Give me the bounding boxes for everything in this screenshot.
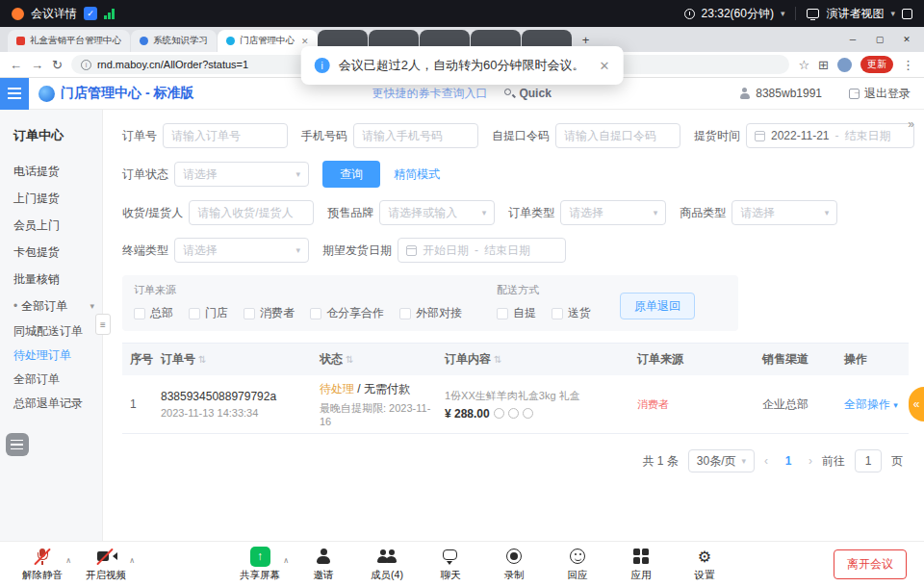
forward-icon[interactable]: → [31, 59, 43, 71]
meeting-top-bar: 会议详情 ✓ 23:32(60分钟) ▾ 演讲者视图 ▾ [0, 0, 924, 27]
sort-icon[interactable]: ⇅ [198, 354, 206, 365]
maximize-icon[interactable]: ▢ [866, 35, 893, 44]
members-button[interactable]: 成员(4) [362, 547, 412, 582]
sidebar-item-card-pickup[interactable]: 卡包提货 [0, 239, 102, 266]
toast-close-icon[interactable]: ✕ [599, 59, 609, 73]
pickup-code-input[interactable] [555, 123, 680, 148]
annotation-tool-icon[interactable] [6, 433, 29, 456]
presale-brand-select[interactable]: 请选择或输入 ▾ [379, 200, 495, 225]
chevron-down-icon[interactable]: ▾ [890, 9, 895, 18]
order-type-select[interactable]: 请选择 ▾ [560, 200, 666, 225]
start-video-button[interactable]: 开启视频 ∧ [81, 547, 131, 582]
sidebar-child-city-delivery[interactable]: 同城配送订单 [0, 319, 102, 344]
col-order-no[interactable]: 订单号⇅ [161, 351, 320, 368]
update-badge[interactable]: 更新 [860, 56, 893, 73]
browser-profile-avatar[interactable] [837, 58, 852, 72]
coupon-query-link[interactable]: 更快捷的券卡查询入口 [372, 86, 487, 102]
chevron-up-icon[interactable]: ∧ [283, 556, 289, 565]
search-button[interactable]: 查询 [322, 161, 380, 188]
receiver-input[interactable] [189, 200, 314, 225]
simple-mode-link[interactable]: 精简模式 [394, 166, 440, 183]
original-order-return-button[interactable]: 原单退回 [620, 293, 695, 319]
back-icon[interactable]: ← [10, 59, 22, 71]
order-no-input[interactable] [163, 123, 288, 148]
site-info-icon[interactable]: i [81, 60, 91, 70]
channel-mini-icon [494, 408, 504, 419]
sidebar-item-phone-pickup[interactable]: 电话提货 [0, 158, 102, 185]
checkbox-consumer[interactable]: 消费者 [244, 305, 295, 321]
minimize-icon[interactable]: ─ [839, 35, 866, 44]
order-no-label: 订单号 [122, 128, 157, 144]
extensions-icon[interactable]: ⊞ [818, 59, 829, 71]
pickup-date-range[interactable]: 2022-11-21 - 结束日期 [746, 123, 914, 148]
logout-button[interactable]: 退出登录 [849, 86, 911, 102]
leave-meeting-button[interactable]: 离开会议 [834, 549, 907, 579]
meeting-timer[interactable]: 23:32(60分钟) [702, 6, 774, 22]
order-status-select[interactable]: 请选择 ▾ [174, 162, 309, 187]
user-account[interactable]: 8385wb1991 [738, 87, 822, 100]
view-mode-button[interactable]: 演讲者视图 [826, 6, 884, 22]
page-size-select[interactable]: 30条/页 ▾ [688, 449, 755, 472]
fullscreen-icon[interactable] [902, 9, 912, 19]
col-content[interactable]: 订单内容⇅ [445, 351, 637, 368]
apps-button[interactable]: 应用 [616, 547, 666, 582]
browser-tab[interactable]: 系统知识学习 [131, 30, 217, 52]
unmute-button[interactable]: 解除静音 ∧ [17, 547, 67, 582]
sidebar-child-all-orders[interactable]: 全部订单 [0, 368, 102, 392]
next-page-icon[interactable]: › [808, 454, 812, 468]
sidebar-child-pending-orders[interactable]: 待处理订单 [0, 344, 102, 368]
bookmark-star-icon[interactable]: ☆ [798, 59, 809, 71]
security-shield-icon[interactable]: ✓ [84, 7, 97, 20]
menu-dots-icon[interactable]: ⋮ [902, 59, 914, 71]
page-number[interactable]: 1 [778, 450, 799, 472]
sidebar-child-hq-refunds[interactable]: 总部退单记录 [0, 392, 102, 416]
chevron-down-icon[interactable]: ▾ [781, 9, 785, 18]
sidebar-collapse-handle[interactable]: ≡ [95, 314, 111, 335]
reload-icon[interactable]: ↻ [52, 59, 63, 71]
sidebar-item-all-orders[interactable]: •全部订单▾ [0, 293, 102, 319]
sidebar-item-member-visit[interactable]: 会员上门 [0, 212, 102, 239]
checkbox-hq[interactable]: 总部 [134, 305, 173, 321]
record-button[interactable]: 录制 [489, 547, 539, 582]
invite-button[interactable]: 邀请 [298, 547, 348, 582]
goods-type-select[interactable]: 请选择 ▾ [732, 200, 837, 225]
expect-ship-date-range[interactable]: 开始日期 - 结束日期 [398, 238, 566, 263]
share-screen-icon: ↑ [250, 547, 270, 567]
chevron-up-icon[interactable]: ∧ [65, 556, 71, 565]
close-icon[interactable]: ✕ [893, 35, 920, 44]
chevron-down-icon: ▾ [825, 208, 830, 217]
checkbox-share-warehouse[interactable]: 仓分享合作 [310, 305, 384, 321]
settings-button[interactable]: ⚙ 设置 [680, 547, 730, 582]
quick-search[interactable]: Quick [504, 87, 551, 100]
browser-tab[interactable]: 礼盒营销平台管理中心 [8, 30, 130, 52]
expect-ship-date-label: 期望发货日期 [322, 242, 392, 259]
prev-page-icon[interactable]: ‹ [764, 454, 768, 468]
cell-action-dropdown[interactable]: 全部操作 ▾ [844, 396, 908, 413]
collapse-panel-icon[interactable]: » [908, 117, 914, 131]
sidebar-item-batch-verify[interactable]: 批量核销 [0, 266, 102, 293]
sidebar-toggle-button[interactable] [0, 78, 29, 110]
chat-button[interactable]: 聊天 [425, 547, 475, 582]
meeting-details-button[interactable]: 会议详情 [31, 6, 77, 22]
receiver-label: 收货/提货人 [122, 205, 183, 221]
reaction-button[interactable]: 回应 [552, 547, 603, 582]
tab-close-icon[interactable]: ✕ [301, 37, 309, 46]
tab-favicon [16, 37, 25, 45]
goto-page-input[interactable]: 1 [855, 449, 882, 472]
status-extra: / 无需付款 [357, 382, 410, 396]
share-screen-button[interactable]: ↑ 共享屏幕 ∧ [235, 547, 285, 582]
chevron-up-icon[interactable]: ∧ [129, 556, 135, 565]
sidebar-item-door-pickup[interactable]: 上门提货 [0, 185, 102, 212]
gear-icon: ⚙ [698, 549, 711, 565]
phone-input[interactable] [353, 123, 478, 148]
sort-icon[interactable]: ⇅ [494, 354, 501, 365]
terminal-type-label: 终端类型 [122, 242, 168, 259]
col-status[interactable]: 状态⇅ [320, 351, 445, 368]
main-content: » 订单号 手机号码 自提口令码 提货时间 [103, 110, 924, 541]
checkbox-external[interactable]: 外部对接 [399, 305, 462, 321]
sort-icon[interactable]: ⇅ [346, 354, 353, 365]
checkbox-self-pickup[interactable]: 自提 [497, 305, 536, 321]
checkbox-store[interactable]: 门店 [189, 305, 228, 321]
terminal-type-select[interactable]: 请选择 ▾ [174, 238, 309, 263]
checkbox-delivery[interactable]: 送货 [552, 305, 591, 321]
